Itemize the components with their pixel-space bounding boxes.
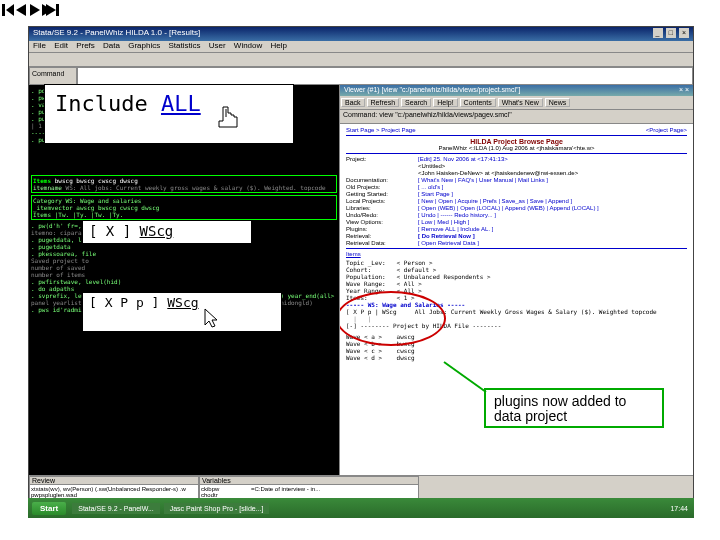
page-link[interactable]: <Project Page> — [646, 127, 687, 133]
row-val[interactable]: [ Do Retrieval Now ] — [418, 233, 687, 239]
row-val[interactable]: [Edit] 25. Nov 2006 at <17:41:13> — [418, 156, 687, 162]
row-key: Libraries: — [346, 205, 418, 211]
items-box-items: bwscg bwscg cwscg dwscg — [55, 177, 138, 184]
viewer-titlebar: Viewer (#1) [view "c:/panelwhiz/hilda/vi… — [340, 85, 693, 96]
window-controls: _ □ × — [652, 28, 689, 40]
close-button[interactable]: × — [679, 28, 689, 38]
tree-header[interactable]: Items — [346, 251, 687, 257]
viewer-contents-button[interactable]: Contents — [460, 98, 496, 107]
menu-edit[interactable]: Edit — [54, 41, 68, 50]
transport-controls — [2, 2, 62, 18]
items-box-header: Items — [33, 177, 51, 184]
svg-line-8 — [170, 249, 250, 294]
tree-line: Wave Range: < All > — [346, 280, 687, 287]
viewer-whatsnew-button[interactable]: What's New — [498, 98, 543, 107]
viewer-back-button[interactable]: Back — [341, 98, 365, 107]
hand-cursor-icon — [215, 103, 245, 137]
wscg1-link[interactable]: WScg — [140, 223, 174, 239]
start-button[interactable]: Start — [32, 502, 66, 515]
menu-graphics[interactable]: Graphics — [128, 41, 160, 50]
category-line: Category WS: Wage and salaries — [33, 197, 335, 204]
viewer-toolbar: Back Refresh Search Help! Contents What'… — [340, 96, 693, 110]
annotation-connector — [440, 358, 500, 398]
minimize-button[interactable]: _ — [653, 28, 663, 38]
viewer-title: Viewer (#1) [view "c:/panelwhiz/hilda/vi… — [344, 86, 520, 95]
red-ellipse-annotation — [340, 291, 446, 346]
tree: Topic _Lev: < Person > Cohort: < default… — [346, 259, 687, 361]
viewer-help-button[interactable]: Help! — [433, 98, 457, 107]
include-all-callout: Include ALL — [44, 84, 294, 144]
taskbar: Start Stata/SE 9.2 - PanelW... Jasc Pain… — [28, 498, 694, 518]
annotation-box: plugins now added to data project — [484, 388, 664, 428]
viewer-refresh-button[interactable]: Refresh — [367, 98, 400, 107]
svg-marker-3 — [30, 4, 40, 16]
row-key: Plugins: — [346, 226, 418, 232]
viewer-search-button[interactable]: Search — [401, 98, 431, 107]
row-key: Undo/Redo: — [346, 212, 418, 218]
row-val[interactable]: [ Start Page ] — [418, 191, 687, 197]
page-heading: HILDA Project Browse Page — [346, 138, 687, 145]
row-val: <Untitled> — [418, 163, 687, 169]
menu-data[interactable]: Data — [103, 41, 120, 50]
menu-statistics[interactable]: Statistics — [168, 41, 200, 50]
row-key: Old Projects: — [346, 184, 418, 190]
row-val: <John Haisken-DeNew> at <jhaiskendenew@r… — [418, 170, 687, 176]
row-key: View Options: — [346, 219, 418, 225]
task-button[interactable]: Stata/SE 9.2 - PanelW... — [72, 503, 159, 514]
menu-file[interactable]: File — [33, 41, 46, 50]
var-desc: =C:Date of interview - in... — [251, 486, 320, 492]
viewer-close-icon[interactable]: × × — [679, 86, 689, 95]
arrow-cursor-icon — [203, 307, 223, 331]
row-key: Project: — [346, 156, 418, 162]
row-key: Getting Started: — [346, 191, 418, 197]
row-val[interactable]: [ Open Retrieval Data ] — [418, 240, 687, 246]
wscg-callout-1: [ X ] WScg — [82, 220, 252, 244]
row-val[interactable]: [ What's New | FAQ's | User Manual | Mai… — [418, 177, 687, 183]
variables-title: Variables — [200, 477, 418, 485]
row-val[interactable]: [ Low | Med | High ] — [418, 219, 687, 225]
wscg1-prefix: [ X ] — [89, 223, 140, 239]
menu-help[interactable]: Help — [271, 41, 287, 50]
category-box: Category WS: Wage and salaries _itemvect… — [31, 195, 337, 220]
command-row: Command — [29, 67, 693, 85]
viewer-address[interactable]: Command: view "c:/panelwhiz/hilda/views/… — [340, 110, 693, 124]
wave-key: Wave < d > — [346, 354, 382, 361]
row-key: Retrieval: — [346, 233, 418, 239]
skip-back-icon[interactable] — [2, 2, 62, 18]
svg-rect-0 — [2, 4, 5, 16]
items-box: Items bwscg bwscg cwscg dwscg itemname W… — [31, 175, 337, 193]
include-label: Include — [55, 91, 161, 116]
task-button[interactable]: Jasc Paint Shop Pro - [slide...] — [164, 503, 270, 514]
row-val[interactable]: [ ... old's ] — [418, 184, 687, 190]
viewer-news-button[interactable]: News — [545, 98, 571, 107]
page-subhead: PanelWhiz <:ILDA (1.0) Aug 2006 at <jhal… — [346, 145, 687, 151]
row-val[interactable]: [ Open (WEB) | Open (LOCAL) | Append (WE… — [418, 205, 687, 211]
svg-marker-1 — [6, 4, 14, 16]
wscg2-link[interactable]: WScg — [167, 295, 198, 310]
row-val[interactable]: [ New | Open | Acquire | Prefs | Save_as… — [418, 198, 687, 204]
include-all-link[interactable]: ALL — [161, 91, 201, 116]
menu-window[interactable]: Window — [234, 41, 262, 50]
viewer-address-text: view "c:/panelwhiz/hilda/views/pagev.smc… — [379, 111, 511, 118]
command-input[interactable] — [77, 67, 693, 85]
annotation-text: plugins now added to data project — [494, 393, 626, 424]
breadcrumb[interactable]: Start Page > Project Page — [346, 127, 416, 133]
row-val[interactable]: [ Remove ALL | Include AL. ] — [418, 226, 687, 232]
system-tray[interactable]: 17:44 — [664, 505, 694, 512]
wscg-callout-2: [ X P p ] WScg — [82, 292, 282, 332]
svg-rect-5 — [56, 4, 59, 16]
tree-line: Cohort: < default > — [346, 266, 687, 273]
row-key: Local Projects: — [346, 198, 418, 204]
wscg2-prefix: [ X P p ] — [89, 295, 167, 310]
svg-marker-6 — [46, 4, 56, 16]
window-title: Stata/SE 9.2 - PanelWhiz HILDA 1.0 - [Re… — [33, 28, 200, 40]
menu-user[interactable]: User — [209, 41, 226, 50]
menu-prefs[interactable]: Prefs — [76, 41, 95, 50]
maximize-button[interactable]: □ — [666, 28, 676, 38]
row-key — [346, 170, 418, 176]
row-val[interactable]: [ Undo | ------ Redo history... ] — [418, 212, 687, 218]
command-label: Command — [29, 67, 77, 85]
row-key: Documentation: — [346, 177, 418, 183]
menu-bar: File Edit Prefs Data Graphics Statistics… — [29, 41, 693, 53]
wave-key: Wave < c > — [346, 347, 382, 354]
